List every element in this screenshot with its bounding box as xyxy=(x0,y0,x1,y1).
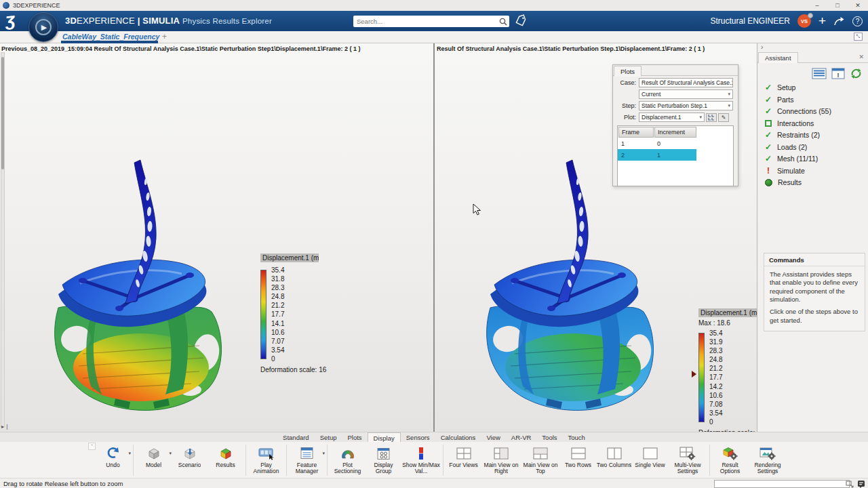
assistant-messages-icon[interactable]: ! xyxy=(831,68,845,79)
new-tab-button[interactable]: + xyxy=(162,32,167,41)
undo-button[interactable]: ▾ Undo xyxy=(95,445,131,476)
share-icon[interactable] xyxy=(833,16,845,26)
increment-column-header[interactable]: Increment xyxy=(654,127,696,138)
tab-touch[interactable]: Touch xyxy=(563,432,591,443)
main-view-top-button[interactable]: Main View on Top xyxy=(521,445,560,476)
results-button[interactable]: Results xyxy=(208,445,243,476)
sidebar-collapse-icon[interactable]: › xyxy=(761,43,763,51)
result-model-right[interactable] xyxy=(471,150,675,416)
multi-view-settings-button[interactable]: Multi-View Settings xyxy=(668,445,707,476)
maximize-icon[interactable]: □ xyxy=(827,0,848,11)
commands-paragraph: The Assistant provides steps that enable… xyxy=(764,266,865,304)
assistant-close-icon[interactable]: ✕ xyxy=(859,54,864,60)
selection-filter-icon[interactable] xyxy=(846,481,854,488)
brand-suffix: Physics Results Explorer xyxy=(182,17,272,25)
table-row[interactable]: 1 0 xyxy=(618,138,733,149)
avatar-status-badge xyxy=(808,13,813,18)
sidebar-item-simulate[interactable]: ! Simulate xyxy=(764,167,831,175)
model-button[interactable]: ▾ Model xyxy=(136,445,172,476)
tab-standard[interactable]: Standard xyxy=(277,432,315,443)
feature-manager-button[interactable]: ▾ Feature Manager xyxy=(289,445,325,476)
scenario-button[interactable]: Scenario xyxy=(172,445,208,476)
show-minmax-button[interactable]: Show Min/Max Val... xyxy=(401,445,441,476)
tab-ar-vr[interactable]: AR-VR xyxy=(506,432,537,443)
chevron-down-icon[interactable]: ▾ xyxy=(128,451,131,456)
brand-experience: EXPERIENCE xyxy=(77,16,135,26)
play-animation-button[interactable]: Play Animation xyxy=(248,445,284,476)
restore-layout-icon[interactable]: ⤡ xyxy=(854,33,863,41)
main-view-right-button[interactable]: Main View on Right xyxy=(481,445,521,476)
result-options-button[interactable]: Result Options xyxy=(712,445,748,476)
tab-plots[interactable]: Plots xyxy=(342,432,367,443)
add-content-button[interactable]: + xyxy=(818,15,826,27)
scenario-icon xyxy=(182,446,197,462)
sidebar-item-setup[interactable]: ✓ Setup xyxy=(764,83,831,92)
check-icon: ✓ xyxy=(764,83,772,92)
two-rows-button[interactable]: Two Rows xyxy=(560,445,596,476)
tab-tools[interactable]: Tools xyxy=(536,432,562,443)
tab-assistant[interactable]: Assistant xyxy=(758,52,798,63)
left-scrollbar[interactable] xyxy=(1,52,5,427)
commands-panel: Commands The Assistant provides steps th… xyxy=(764,253,865,331)
close-icon[interactable]: ✕ xyxy=(848,0,868,11)
search-icon[interactable] xyxy=(498,17,508,26)
assistant-refresh-icon[interactable] xyxy=(850,68,863,79)
sidebar-item-results[interactable]: Results xyxy=(764,178,831,186)
workspace: Previous_08_20_2019_15:09:04 Result Of S… xyxy=(0,43,868,432)
case-select[interactable]: Result Of Structural Analysis Case.1 ▾ xyxy=(639,78,733,87)
plot-select[interactable]: Displacement.1 ▾ xyxy=(639,113,705,122)
max-marker-icon xyxy=(692,371,696,378)
avatar-initials: VS xyxy=(801,18,808,24)
user-role-label[interactable]: Structural ENGINEER xyxy=(711,16,790,26)
assistant-list-view-icon[interactable] xyxy=(812,68,827,79)
icon-toolbar: ˇ ▾ Undo ▾ Model xyxy=(0,442,868,478)
window-titlebar: 3DEXPERIENCE – □ ✕ xyxy=(0,0,868,11)
compass-menu-button[interactable]: ▶ xyxy=(28,12,58,42)
frame-table: Frame Increment 1 0 2 1 xyxy=(617,125,734,186)
tab-setup[interactable]: Setup xyxy=(315,432,342,443)
sidebar-item-interactions[interactable]: Interactions xyxy=(764,119,831,127)
tab-view[interactable]: View xyxy=(481,432,505,443)
frame-list-button[interactable] xyxy=(706,113,717,122)
timeline-controls[interactable]: ▸❘ xyxy=(1,424,10,430)
minimize-icon[interactable]: – xyxy=(807,0,827,11)
deformation-scale-left: Deformation scale: 16 xyxy=(260,366,326,373)
plot-sectioning-button[interactable]: Plot Sectioning xyxy=(330,445,366,476)
help-button[interactable]: ? xyxy=(852,16,863,26)
sidebar-item-mesh[interactable]: ✓ Mesh (11/11) xyxy=(764,155,831,163)
sidebar-item-parts[interactable]: ✓ Parts xyxy=(764,96,831,104)
brand-separator: | xyxy=(138,16,140,26)
viewport-divider[interactable] xyxy=(433,43,435,432)
display-group-button[interactable]: Display Group xyxy=(366,445,401,476)
command-input[interactable] xyxy=(714,480,850,488)
frame-column-header[interactable]: Frame xyxy=(618,127,654,138)
table-row-selected[interactable]: 2 1 xyxy=(618,149,696,161)
brand-3d: 3D xyxy=(65,16,77,26)
viewport-left-header: Previous_08_20_2019_15:09:04 Result Of S… xyxy=(1,45,360,52)
tab-calculations[interactable]: Calculations xyxy=(435,432,481,443)
search-input[interactable] xyxy=(353,18,498,25)
result-model-left[interactable] xyxy=(39,150,243,416)
sidebar-item-connections[interactable]: ✓ Connections (55) xyxy=(764,107,831,115)
plots-dialog-tab[interactable]: Plots xyxy=(614,66,642,77)
rendering-settings-button[interactable]: Rendering Settings xyxy=(748,445,787,476)
sidebar-item-restraints[interactable]: ✓ Restraints (2) xyxy=(764,131,831,139)
avatar[interactable]: VS xyxy=(797,14,811,28)
document-tab[interactable]: CableWay_Static_Frequency xyxy=(62,33,159,41)
sidebar-item-loads[interactable]: ✓ Loads (2) xyxy=(764,143,831,151)
step-select[interactable]: Static Perturbation Step.1 ▾ xyxy=(639,101,733,110)
edit-plot-button[interactable]: ✎ xyxy=(718,113,729,122)
commands-paragraph: Click one of the steps above to get star… xyxy=(764,304,865,331)
four-views-button[interactable]: Four Views xyxy=(446,445,481,476)
two-columns-button[interactable]: Two Columns xyxy=(596,445,632,476)
notification-icon[interactable] xyxy=(857,480,865,488)
tab-sensors[interactable]: Sensors xyxy=(401,432,435,443)
case-mode-select[interactable]: Current ▾ xyxy=(639,89,733,99)
tag-icon[interactable] xyxy=(515,14,528,27)
left-scrollbar-thumb[interactable] xyxy=(1,57,4,169)
single-view-button[interactable]: Single View xyxy=(632,445,668,476)
tab-display[interactable]: Display xyxy=(368,432,401,443)
plot-sectioning-icon xyxy=(340,446,355,462)
chevron-down-icon[interactable]: ▾ xyxy=(322,451,325,456)
search-bar[interactable] xyxy=(353,16,509,27)
